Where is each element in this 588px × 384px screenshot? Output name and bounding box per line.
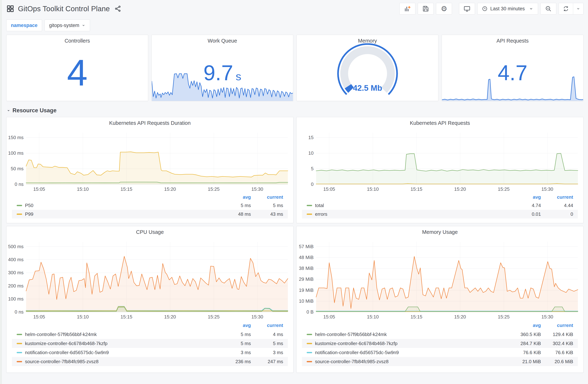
save-dashboard-button[interactable] — [418, 3, 434, 15]
series-color-dash — [307, 352, 312, 353]
legend-header: avgcurrent — [302, 193, 578, 201]
series-color-dash — [307, 334, 312, 335]
y-axis-label: 5 — [311, 166, 314, 171]
chevron-down-icon — [82, 23, 85, 27]
panel-title[interactable]: CPU Usage — [6, 226, 293, 237]
legend-col-current[interactable]: current — [251, 194, 283, 200]
panel-title[interactable]: Work Queue — [152, 35, 293, 46]
add-panel-icon — [404, 5, 411, 12]
memory-gauge: 42.5 Mb — [297, 43, 438, 98]
series-color-dash — [307, 361, 312, 362]
legend-avg-value: 236 ms — [220, 359, 251, 364]
legend-series-name[interactable]: helm-controller-57f9b56bbf-k24mk — [315, 332, 510, 337]
memory-usage-plot[interactable]: 15:0515:1015:1515:2015:2515:300 B10 MiB1… — [316, 242, 578, 312]
legend-series-name[interactable]: helm-controller-57f9b56bbf-k24mk — [25, 332, 220, 337]
legend-col-avg[interactable]: avg — [510, 323, 541, 328]
x-axis-label: 15:30 — [252, 186, 263, 192]
legend-row: total4.744.44 — [302, 201, 578, 210]
kubernetes-api-requests-plot[interactable]: 15:0515:1015:1515:2015:2515:30051015 — [316, 133, 578, 184]
panel-title[interactable]: Controllers — [6, 35, 148, 46]
row-resource-usage[interactable]: Resource Usage — [6, 107, 584, 114]
panel-work-queue: Work Queue 9.7s — [151, 35, 293, 101]
series-color-dash — [17, 213, 22, 215]
toolbar: ⚙ Last 30 minutes — [399, 3, 584, 15]
work-queue-value: 9.7s — [152, 62, 293, 84]
panel-title[interactable]: Kubernetes API Requests — [296, 117, 583, 128]
legend: avgcurrenttotal4.744.44errors0.010 — [302, 193, 578, 218]
series-color-dash — [17, 205, 22, 206]
legend-row: notification-controller-6d56575dc-5w9n93… — [12, 348, 288, 357]
page-title: GitOps Toolkit Control Plane — [18, 5, 110, 13]
legend-series-name[interactable]: P99 — [25, 211, 220, 217]
refresh-interval-dropdown[interactable] — [573, 3, 583, 14]
y-axis-label: 10 MiB — [299, 298, 314, 304]
panel-kubernetes-api-requests: Kubernetes API Requests 15:0515:1015:151… — [296, 117, 584, 223]
legend-series-name[interactable]: source-controller-7fb84fc985-zvsz8 — [315, 359, 510, 364]
legend-col-avg[interactable]: avg — [220, 323, 251, 328]
namespace-select[interactable]: gitops-system — [44, 20, 90, 31]
panel-controllers: Controllers 4 — [6, 35, 148, 101]
y-axis-label: 15 — [308, 135, 314, 140]
legend-current-value: 4.44 — [541, 203, 573, 208]
chevron-down-icon — [576, 6, 580, 11]
panel-memory: Memory 42.5 Mb — [296, 35, 438, 101]
series-color-dash — [17, 361, 22, 362]
legend-avg-value: 360.5 KiB — [510, 332, 541, 337]
y-axis-label: 0 B — [307, 309, 314, 315]
panel-api-requests: API Requests 4.7 — [442, 35, 584, 101]
legend-current-value: 3 ms — [251, 350, 283, 355]
panel-title[interactable]: Kubernetes API Requests Duration — [6, 117, 293, 128]
cycle-view-mode-button[interactable] — [459, 3, 475, 15]
series-color-dash — [17, 334, 22, 335]
series-fill — [316, 153, 578, 184]
legend-series-name[interactable]: kustomize-controller-6c6784b468-7kzfp — [25, 341, 220, 346]
series-fill — [26, 256, 288, 312]
x-axis-label: 15:25 — [208, 314, 220, 320]
zoom-out-button[interactable] — [540, 3, 556, 15]
legend: avgcurrenthelm-controller-57f9b56bbf-k24… — [12, 321, 288, 366]
legend-series-name[interactable]: errors — [315, 211, 510, 217]
legend-series-name[interactable]: notification-controller-6d56575dc-5w9n9 — [25, 350, 220, 355]
share-icon[interactable] — [114, 5, 121, 12]
legend-row: P505 ms5 ms — [12, 201, 288, 210]
legend-series-name[interactable]: notification-controller-6d56575dc-5w9n9 — [315, 350, 510, 355]
add-panel-button[interactable] — [399, 3, 415, 15]
legend-col-current[interactable]: current — [251, 323, 283, 328]
legend-series-name[interactable]: total — [315, 203, 510, 208]
time-range-picker[interactable]: Last 30 minutes — [477, 3, 538, 15]
api-requests-duration-plot[interactable]: 15:0515:1015:1515:2015:2515:300 ns50 ms1… — [26, 133, 288, 184]
cpu-usage-plot[interactable]: 15:0515:1015:1515:2015:2515:300 ns100 ms… — [26, 242, 288, 312]
legend-col-avg[interactable]: avg — [220, 194, 251, 200]
legend-col-avg[interactable]: avg — [510, 194, 541, 200]
legend-header: avgcurrent — [12, 193, 288, 201]
panel-memory-usage: Memory Usage 15:0515:1015:1515:2015:2515… — [296, 226, 584, 373]
panel-title[interactable]: Memory Usage — [296, 226, 583, 237]
y-axis-label: 100 ms — [8, 296, 23, 301]
gauge-value-arc — [348, 86, 351, 90]
variable-label-pill: namespace — [6, 20, 42, 31]
legend-avg-value: 3 ms — [220, 350, 251, 355]
zoom-out-icon — [545, 5, 552, 12]
legend-avg-value: 5 ms — [220, 332, 251, 337]
legend-current-value: 43 ms — [251, 211, 283, 217]
dashboard-settings-button[interactable]: ⚙ — [436, 3, 452, 15]
legend-current-value: 5 ms — [251, 203, 283, 208]
refresh-button[interactable] — [559, 3, 573, 14]
legend-series-name[interactable]: P50 — [25, 203, 220, 208]
legend-series-name[interactable]: kustomize-controller-6c6784b468-7kzfp — [315, 341, 510, 346]
x-axis-label: 15:25 — [498, 186, 510, 192]
panel-title[interactable]: API Requests — [442, 35, 583, 46]
legend-avg-value: 4.74 — [510, 203, 541, 208]
legend-row: notification-controller-6d56575dc-5w9n97… — [302, 348, 578, 357]
legend-series-name[interactable]: source-controller-7fb84fc985-zvsz8 — [25, 359, 220, 364]
dashboard-grid-icon[interactable] — [6, 5, 14, 13]
legend-header: avgcurrent — [302, 321, 578, 330]
panel-api-requests-duration: Kubernetes API Requests Duration 15:0515… — [6, 117, 294, 223]
legend-col-current[interactable]: current — [541, 323, 573, 328]
legend-col-current[interactable]: current — [541, 194, 573, 200]
work-queue-unit: s — [236, 70, 241, 83]
refresh-icon — [563, 6, 569, 12]
legend-avg-value: 48 ms — [220, 211, 251, 217]
legend: avgcurrentP505 ms5 msP9948 ms43 ms — [12, 193, 288, 218]
legend-avg-value: 21.0 MiB — [510, 359, 541, 364]
